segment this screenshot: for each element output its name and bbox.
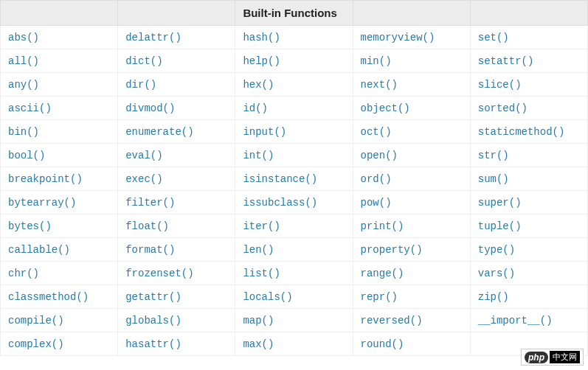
function-link[interactable]: type() (478, 244, 515, 256)
table-cell: bytearray() (1, 191, 118, 214)
function-link[interactable]: help() (243, 55, 280, 67)
function-link[interactable]: staticmethod() (478, 126, 565, 138)
table-header-row: Built-in Functions (1, 1, 588, 26)
function-link[interactable]: list() (243, 268, 280, 279)
function-link[interactable]: breakpoint() (8, 173, 83, 185)
function-link[interactable]: float() (125, 220, 169, 232)
function-link[interactable]: vars() (478, 268, 515, 279)
table-cell: any() (1, 73, 118, 97)
table-cell: input() (235, 120, 353, 144)
table-cell: tuple() (470, 214, 587, 238)
function-link[interactable]: ascii() (8, 102, 52, 114)
function-link[interactable]: iter() (243, 220, 280, 232)
function-link[interactable]: compile() (8, 315, 64, 327)
function-link[interactable]: classmethod() (8, 291, 89, 303)
table-cell: super() (470, 191, 587, 214)
function-link[interactable]: abs() (8, 32, 39, 43)
function-link[interactable]: bool() (8, 150, 45, 161)
function-link[interactable]: round() (361, 338, 404, 350)
function-link[interactable]: property() (361, 244, 423, 256)
table-cell: complex() (1, 332, 118, 356)
function-link[interactable]: repr() (361, 291, 398, 303)
table-row: bytes()float()iter()print()tuple() (1, 214, 588, 238)
table-cell: __import__() (470, 309, 587, 332)
function-link[interactable]: oct() (361, 126, 392, 138)
function-link[interactable]: open() (361, 150, 398, 161)
function-link[interactable]: globals() (125, 315, 181, 327)
table-cell: delattr() (118, 26, 235, 49)
table-cell: bin() (1, 120, 118, 144)
table-row: ascii()divmod()id()object()sorted() (1, 97, 588, 120)
function-link[interactable]: issubclass() (243, 197, 317, 209)
table-row: breakpoint()exec()isinstance()ord()sum() (1, 167, 588, 191)
function-link[interactable]: bin() (8, 126, 39, 138)
function-link[interactable]: sorted() (478, 102, 528, 114)
table-cell: bytes() (1, 214, 118, 238)
table-cell: sorted() (470, 97, 587, 120)
table-cell: getattr() (118, 285, 235, 309)
table-cell: sum() (470, 167, 587, 191)
function-link[interactable]: range() (361, 268, 404, 279)
function-link[interactable]: zip() (478, 291, 509, 303)
function-link[interactable]: frozenset() (125, 268, 193, 279)
function-link[interactable]: exec() (125, 173, 162, 185)
function-link[interactable]: input() (243, 126, 286, 138)
function-link[interactable]: super() (478, 197, 522, 209)
function-link[interactable]: min() (361, 55, 392, 67)
function-link[interactable]: int() (243, 150, 274, 161)
function-link[interactable]: map() (243, 315, 274, 327)
function-link[interactable]: all() (8, 55, 39, 67)
function-link[interactable]: dir() (125, 79, 156, 91)
function-link[interactable]: str() (478, 150, 509, 161)
table-row: callable()format()len()property()type() (1, 238, 588, 262)
function-link[interactable]: sum() (478, 173, 509, 185)
function-link[interactable]: getattr() (125, 291, 181, 303)
function-link[interactable]: format() (125, 244, 175, 256)
function-link[interactable]: locals() (243, 291, 292, 303)
function-link[interactable]: print() (361, 220, 404, 232)
table-cell: type() (470, 238, 587, 262)
table-row: compile()globals()map()reversed()__impor… (1, 309, 588, 332)
function-link[interactable]: object() (361, 102, 410, 114)
function-link[interactable]: setattr() (478, 55, 534, 67)
table-cell: float() (118, 214, 235, 238)
function-link[interactable]: bytes() (8, 220, 52, 232)
function-link[interactable]: isinstance() (243, 173, 317, 185)
table-cell: hasattr() (118, 332, 235, 356)
function-link[interactable]: complex() (8, 338, 64, 350)
function-link[interactable]: enumerate() (125, 126, 193, 138)
table-row: bool()eval()int()open()str() (1, 144, 588, 167)
function-link[interactable]: __import__() (478, 315, 553, 327)
table-cell: eval() (118, 144, 235, 167)
function-link[interactable]: callable() (8, 244, 70, 256)
function-link[interactable]: len() (243, 244, 274, 256)
function-link[interactable]: chr() (8, 268, 39, 279)
function-link[interactable]: delattr() (125, 32, 181, 43)
function-link[interactable]: hasattr() (125, 338, 181, 350)
function-link[interactable]: id() (243, 102, 268, 114)
function-link[interactable]: hash() (243, 32, 280, 43)
table-cell: open() (353, 144, 470, 167)
function-link[interactable]: hex() (243, 79, 274, 91)
table-cell: hex() (235, 73, 353, 97)
function-link[interactable]: dict() (125, 55, 162, 67)
function-link[interactable]: tuple() (478, 220, 522, 232)
function-link[interactable]: reversed() (361, 315, 423, 327)
function-link[interactable]: memoryview() (361, 32, 435, 43)
function-link[interactable]: bytearray() (8, 197, 76, 209)
function-link[interactable]: pow() (361, 197, 392, 209)
table-cell: vars() (470, 262, 587, 285)
function-link[interactable]: next() (361, 79, 398, 91)
function-link[interactable]: set() (478, 32, 509, 43)
function-link[interactable]: slice() (478, 79, 522, 91)
function-link[interactable]: divmod() (125, 102, 175, 114)
header-col-3: Built-in Functions (235, 1, 353, 26)
function-link[interactable]: eval() (125, 150, 162, 161)
function-link[interactable]: any() (8, 79, 39, 91)
table-cell: all() (1, 49, 118, 73)
function-link[interactable]: ord() (361, 173, 392, 185)
function-link[interactable]: filter() (125, 197, 175, 209)
table-cell: range() (353, 262, 470, 285)
header-col-5 (470, 1, 587, 26)
function-link[interactable]: max() (243, 338, 274, 350)
